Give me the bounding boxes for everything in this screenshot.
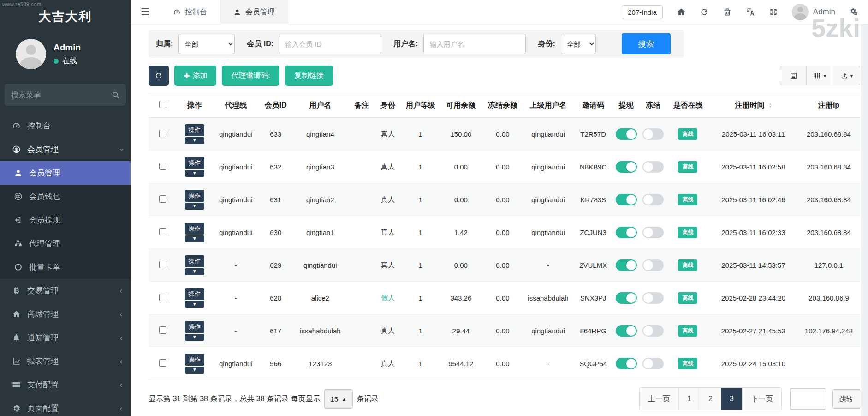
- tab-members[interactable]: 会员管理: [220, 0, 288, 24]
- table-row: 操作▼qingtiandui630qingtian1真人11.420.00qin…: [149, 216, 860, 249]
- add-button[interactable]: ✚添加: [174, 66, 216, 86]
- row-checkbox[interactable]: [159, 326, 166, 334]
- row-action-button[interactable]: 操作▼: [185, 288, 204, 308]
- refresh-button[interactable]: [149, 66, 169, 86]
- withdraw-toggle[interactable]: [616, 259, 637, 271]
- dashboard-icon: [12, 121, 21, 130]
- sidebar-item-member-manage[interactable]: 会员管理: [0, 161, 131, 185]
- page-button-1[interactable]: 1: [679, 388, 700, 410]
- translate-icon[interactable]: [746, 7, 755, 17]
- hamburger-icon[interactable]: ☰: [131, 6, 160, 18]
- cell-username: alice2: [291, 282, 349, 314]
- row-checkbox[interactable]: [159, 228, 166, 235]
- cell-agent-line: qingtiandui: [212, 216, 260, 249]
- member-id-input[interactable]: [279, 34, 381, 54]
- row-action-button[interactable]: 操作▼: [185, 255, 204, 275]
- withdraw-toggle[interactable]: [616, 161, 637, 173]
- table-row: 操作▼qingtiandui632qingtian3真人10.000.00qin…: [149, 151, 860, 183]
- trash-icon[interactable]: [723, 7, 732, 17]
- refresh-icon[interactable]: [700, 7, 709, 17]
- select-all-checkbox[interactable]: [159, 101, 166, 108]
- row-checkbox[interactable]: [159, 294, 166, 301]
- withdraw-toggle[interactable]: [616, 227, 637, 238]
- identity-select[interactable]: 全部: [561, 34, 596, 54]
- freeze-toggle[interactable]: [642, 325, 664, 337]
- cell-level: 1: [402, 282, 440, 314]
- withdraw-toggle[interactable]: [616, 358, 637, 369]
- sidebar-item-mall[interactable]: 商城管理 ‹: [0, 302, 131, 326]
- page-button-2[interactable]: 2: [700, 388, 721, 410]
- online-status-badge: 离线: [678, 292, 697, 304]
- sidebar-item-member-withdraw[interactable]: 会员提现: [0, 208, 131, 232]
- sidebar-item-payment-config[interactable]: 支付配置 ‹: [0, 373, 131, 397]
- freeze-toggle[interactable]: [642, 161, 664, 173]
- withdraw-toggle[interactable]: [616, 194, 637, 205]
- menu-search-input[interactable]: [11, 91, 112, 99]
- sidebar-item-trade[interactable]: 交易管理 ‹: [0, 279, 131, 302]
- sidebar-item-agent-manage[interactable]: 代理管理: [0, 232, 131, 255]
- sortable-header[interactable]: 注册时间▴▾: [709, 93, 797, 118]
- page-size-select[interactable]: 15▲: [324, 389, 353, 409]
- row-checkbox[interactable]: [159, 359, 166, 367]
- freeze-toggle[interactable]: [642, 194, 664, 205]
- row-action-button[interactable]: 操作▼: [185, 321, 204, 341]
- export-button[interactable]: ▾: [833, 66, 860, 85]
- row-action-button[interactable]: 操作▼: [185, 124, 204, 144]
- row-checkbox[interactable]: [159, 195, 166, 203]
- cell-identity: 真人: [381, 228, 395, 236]
- gears-icon[interactable]: [849, 7, 858, 17]
- menu-search[interactable]: [5, 84, 126, 106]
- cell-remark: [349, 216, 374, 249]
- row-checkbox[interactable]: [159, 163, 166, 170]
- row-action-button[interactable]: 操作▼: [185, 190, 204, 210]
- bitcoin-icon: [12, 286, 21, 295]
- region-selector[interactable]: 207-India: [622, 5, 663, 19]
- sidebar-item-dashboard[interactable]: 控制台: [0, 114, 131, 138]
- chevron-down-icon: ‹: [120, 145, 122, 154]
- freeze-toggle[interactable]: [642, 128, 664, 140]
- cell-member-id: 631: [260, 183, 291, 216]
- avatar: [792, 4, 809, 20]
- sidebar-item-report[interactable]: 报表管理 ‹: [0, 350, 131, 373]
- cell-remark: [349, 314, 374, 347]
- freeze-toggle[interactable]: [642, 227, 664, 238]
- sidebar-item-members-parent[interactable]: 会员管理 ‹: [0, 138, 131, 161]
- row-checkbox[interactable]: [159, 261, 166, 268]
- copy-link-button[interactable]: 复制链接: [285, 66, 333, 86]
- page-content: 归属: 全部 会员 ID: 用户名: 身份: 全部 搜索 ✚添加 代理邀请码: …: [131, 24, 868, 413]
- columns-button[interactable]: ▾: [807, 66, 833, 85]
- prev-page-button[interactable]: 上一页: [640, 388, 679, 410]
- username-input[interactable]: [423, 34, 526, 54]
- sidebar-item-batch-order[interactable]: 批量卡单: [0, 255, 131, 279]
- row-action-button[interactable]: 操作▼: [185, 157, 204, 177]
- next-page-button[interactable]: 下一页: [743, 388, 781, 410]
- sidebar-item-page-config[interactable]: 页面配置 ‹: [0, 397, 131, 416]
- page-button-3-active[interactable]: 3: [721, 388, 743, 410]
- owner-select[interactable]: 全部: [178, 34, 235, 54]
- jump-button[interactable]: 跳转: [832, 389, 860, 409]
- cell-member-id: 566: [260, 347, 291, 380]
- freeze-toggle[interactable]: [642, 358, 664, 369]
- cell-invite-code: N8KB9C: [574, 151, 613, 183]
- search-button[interactable]: 搜索: [622, 33, 671, 54]
- table-row: 操作▼qingtiandui566123123真人19544.120.00-SQ…: [149, 347, 860, 380]
- navbar-user[interactable]: Admin: [792, 4, 835, 20]
- table-row: 操作▼-628alice2假人1343.260.00issahabdulahSN…: [149, 282, 860, 314]
- fullscreen-icon[interactable]: [769, 7, 778, 17]
- detail-view-button[interactable]: [780, 66, 807, 85]
- sidebar-item-notice[interactable]: 通知管理 ‹: [0, 326, 131, 350]
- agent-invite-code-button[interactable]: 代理邀请码:: [222, 66, 279, 86]
- row-action-button[interactable]: 操作▼: [185, 354, 204, 374]
- tab-dashboard[interactable]: 控制台: [160, 0, 220, 24]
- freeze-toggle[interactable]: [642, 259, 664, 271]
- freeze-toggle[interactable]: [642, 292, 664, 304]
- cell-remark: [349, 347, 374, 380]
- withdraw-toggle[interactable]: [616, 325, 637, 337]
- withdraw-toggle[interactable]: [616, 128, 637, 140]
- jump-page-input[interactable]: [790, 388, 826, 410]
- withdraw-toggle[interactable]: [616, 292, 637, 304]
- row-action-button[interactable]: 操作▼: [185, 223, 204, 242]
- row-checkbox[interactable]: [159, 130, 166, 137]
- home-icon[interactable]: [677, 7, 686, 17]
- sidebar-item-member-wallet[interactable]: 会员钱包: [0, 185, 131, 208]
